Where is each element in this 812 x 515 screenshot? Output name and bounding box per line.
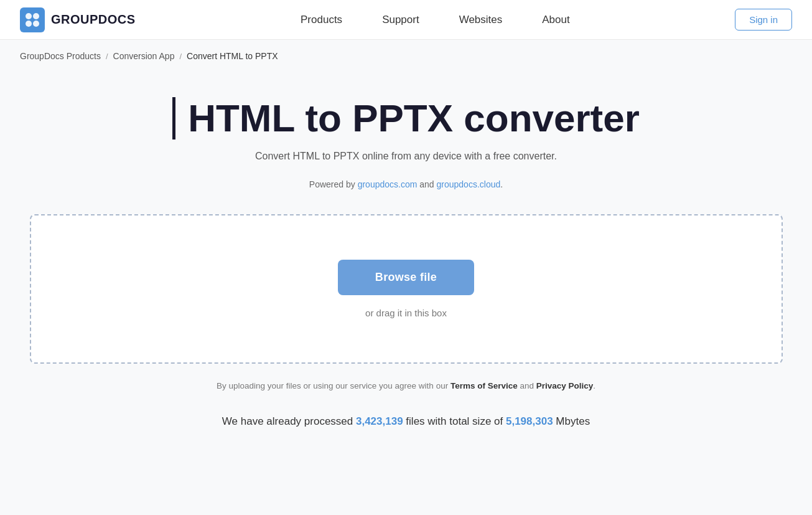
main-content: HTML to PPTX converter Convert HTML to P… [0, 72, 812, 465]
size-count: 5,198,303 [506, 415, 553, 427]
breadcrumb-current: Convert HTML to PPTX [187, 51, 278, 61]
breadcrumb-separator-1: / [106, 52, 108, 61]
groupdocs-logo-icon [20, 7, 45, 32]
groupdocs-com-link[interactable]: groupdocs.com [358, 179, 418, 189]
groupdocs-cloud-link[interactable]: groupdocs.cloud [437, 179, 501, 189]
drag-hint-text: or drag it in this box [365, 308, 447, 318]
page-subtitle: Convert HTML to PPTX online from any dev… [255, 151, 557, 162]
nav-about[interactable]: About [522, 0, 589, 40]
terms-text: By uploading your files or using our ser… [217, 381, 595, 390]
svg-point-3 [26, 21, 32, 27]
svg-point-2 [33, 13, 39, 19]
logo-text: GROUPDOCS [51, 12, 136, 27]
page-title: HTML to PPTX converter [172, 97, 640, 139]
nav-support[interactable]: Support [362, 0, 439, 40]
breadcrumb-separator-2: / [179, 52, 182, 61]
nav-products[interactable]: Products [281, 0, 362, 40]
nav-websites[interactable]: Websites [439, 0, 523, 40]
files-count: 3,423,139 [356, 415, 403, 427]
logo[interactable]: GROUPDOCS [20, 7, 136, 32]
privacy-policy-link[interactable]: Privacy Policy [536, 381, 594, 390]
svg-point-4 [33, 21, 39, 27]
powered-by-text: Powered by groupdocs.com and groupdocs.c… [309, 179, 503, 189]
signin-button[interactable]: Sign in [735, 9, 792, 31]
svg-rect-0 [20, 7, 45, 32]
upload-dropzone[interactable]: Browse file or drag it in this box [30, 214, 783, 364]
browse-file-button[interactable]: Browse file [338, 260, 474, 295]
breadcrumb-groupdocs-products[interactable]: GroupDocs Products [20, 51, 101, 61]
stats-text: We have already processed 3,423,139 file… [222, 415, 590, 428]
terms-of-service-link[interactable]: Terms of Service [450, 381, 518, 390]
main-nav: Products Support Websites About [281, 0, 590, 40]
breadcrumb: GroupDocs Products / Conversion App / Co… [0, 40, 812, 72]
svg-point-1 [26, 13, 32, 19]
breadcrumb-conversion-app[interactable]: Conversion App [113, 51, 175, 61]
